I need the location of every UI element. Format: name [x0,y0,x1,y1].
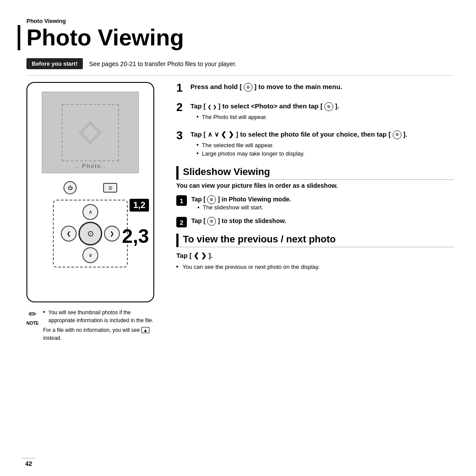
to-view-section: To view the previous / next photo Tap [ … [176,234,454,270]
right-column: 1 Press and hold [ ⊙ ] to move to the ma… [176,82,454,342]
page-title: Photo Viewing [18,25,454,50]
slideshow-step-1-subs: The slideshow will start. [191,204,454,211]
tap-btn-icon-3: ⊙ [393,130,402,139]
step-2-text: Tap [ ❮ ❯ ] to select <Photo> and then t… [190,101,454,111]
dpad-up[interactable]: ∧ [82,204,98,220]
before-start-badge: Before you start! [26,58,83,69]
slideshow-step-2-badge: 2 [176,217,187,227]
step-1-text: Press and hold [ ⊙ ] to move to the main… [190,82,454,92]
slideshow-tap-btn-1: ⊙ [207,195,216,204]
step-1: 1 Press and hold [ ⊙ ] to move to the ma… [176,82,454,93]
device-screen: Photo [42,92,139,173]
step-2: 2 Tap [ ❮ ❯ ] to select <Photo> and then… [176,101,454,122]
before-start-text: See pages 20-21 to transfer Photo files … [89,60,237,67]
device-screen-inner [62,104,119,161]
slideshow-intro: You can view your picture files in order… [176,182,454,190]
slideshow-step-1-sub-1: The slideshow will start. [197,204,454,211]
step-3-subs: The selected file will appear. Large pho… [190,141,454,158]
to-view-tap: Tap [ ❮ ❯ ]. [176,252,454,260]
note-label: NOTE [26,321,39,326]
slideshow-tap-btn-2: ⊙ [207,217,216,226]
device-illustration: Photo 1 ⏻ ☰ 1,2 [26,82,154,302]
slideshow-step-2: 2 Tap [ ⊙ ] to stop the slideshow. [176,217,454,227]
slideshow-step-2-text: Tap [ ⊙ ] to stop the slideshow. [191,217,454,226]
note-pencil-icon: ✏ [29,309,37,320]
step-3: 3 Tap [ ∧ ∨ ❮ ❯ ] to select the photo fi… [176,130,454,158]
step-2-sub-1: The Photo list will appear. [197,113,454,122]
menu-button[interactable]: ☰ [103,183,117,193]
page-number: 42 [22,458,35,467]
svg-rect-0 [79,122,101,143]
dpad-center[interactable]: ⊙ [78,222,102,245]
step-3-sub-2: Large photos may take longer to display. [197,149,454,158]
controls-area: ⏻ ☰ 1,2 ∧ ❮ ⊙ [27,181,153,268]
before-start-bar: Before you start! See pages 20-21 to tra… [26,58,454,76]
svg-rect-1 [82,124,99,141]
page-container: Photo Viewing Photo Viewing Before you s… [0,0,476,476]
step-label-12: 1,2 [130,199,149,212]
slideshow-step-1-badge: 1 [176,195,187,206]
step-3-number: 3 [176,130,186,141]
to-view-sub-container: ■ You can see the previous or next photo… [176,263,454,270]
step-label-23: 2,3 [122,225,149,247]
dpad-right[interactable]: ❯ [104,226,120,242]
step-3-text: Tap [ ∧ ∨ ❮ ❯ ] to select the photo file… [190,130,454,139]
breadcrumb: Photo Viewing [26,18,454,24]
slideshow-step-1-content: Tap [ ⊙ ] in Photo Viewing mode. The sli… [191,195,454,211]
dpad-down[interactable]: ∨ [82,247,98,263]
step-3-sub-1: The selected file will appear. [197,141,454,150]
note-section: ✏ NOTE ■ You will see thumbnail photos i… [26,309,154,342]
step-1-number: 1 [176,82,186,93]
power-button[interactable]: ⏻ [63,181,77,194]
step-1-content: Press and hold [ ⊙ ] to move to the main… [190,82,454,92]
hold-btn-icon: ⊙ [244,83,253,92]
slideshow-step-1: 1 Tap [ ⊙ ] in Photo Viewing mode. The s… [176,195,454,211]
left-column: Photo 1 ⏻ ☰ 1,2 [26,82,163,342]
step-2-subs: The Photo list will appear. [190,113,454,122]
to-view-heading: To view the previous / next photo [176,234,454,247]
slideshow-heading: Slideshow Viewing [176,166,454,180]
slideshow-step-2-content: Tap [ ⊙ ] to stop the slideshow. [191,217,454,226]
to-view-sub-text: You can see the previous or next photo o… [182,264,320,270]
photo-icon [75,117,106,148]
step-2-content: Tap [ ❮ ❯ ] to select <Photo> and then t… [190,101,454,122]
step-3-content: Tap [ ∧ ∨ ❮ ❯ ] to select the photo file… [190,130,454,158]
tap-btn-icon-2: ⊙ [324,102,333,111]
main-content: Photo 1 ⏻ ☰ 1,2 [26,82,454,342]
dpad-dashed-box: ∧ ❮ ⊙ ❯ ∨ [53,200,128,268]
photo-label: Photo [42,163,138,169]
dpad-left[interactable]: ❮ [61,226,77,242]
slideshow-step-1-text: Tap [ ⊙ ] in Photo Viewing mode. [191,195,454,204]
step-2-number: 2 [176,101,186,113]
note-text: ■ You will see thumbnail photos if the a… [43,309,154,342]
